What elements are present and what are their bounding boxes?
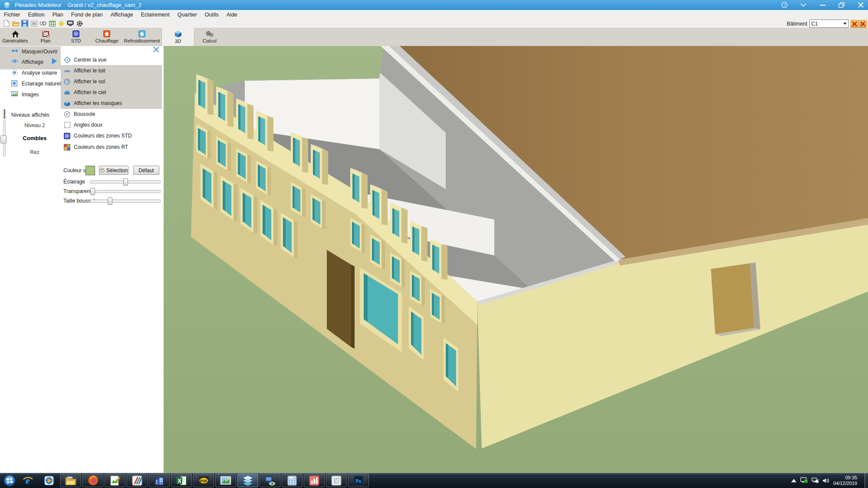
screen-icon[interactable]	[66, 20, 74, 27]
tab-label: STD	[71, 38, 81, 43]
windows-start-button[interactable]	[3, 474, 16, 488]
delete-all-batiments-button[interactable]	[859, 20, 867, 28]
taskbar-media-player-button[interactable]	[39, 474, 59, 487]
option-boussole[interactable]: Boussole	[61, 109, 162, 119]
sidebar-item-images[interactable]: Images	[0, 90, 61, 99]
level-item-rez[interactable]: Rez	[9, 149, 61, 155]
display-tray-icon[interactable]	[800, 477, 808, 484]
sun-icon[interactable]	[57, 20, 65, 27]
new-document-icon[interactable]	[3, 20, 10, 27]
ground-color-swatch[interactable]	[85, 166, 95, 175]
eclairage-slider[interactable]	[90, 180, 161, 183]
taskbar-internet-explorer-button[interactable]: e	[18, 474, 38, 487]
cooling-house-icon	[138, 30, 145, 37]
3d-viewport[interactable]	[164, 46, 868, 473]
delete-batiment-button[interactable]	[851, 20, 858, 28]
sidebar-item-label: Images	[22, 92, 39, 98]
affichage-flyout-panel: Centrer la vue Afficher le toit Afficher…	[61, 46, 164, 263]
taskbar-file-explorer-button[interactable]	[60, 474, 81, 487]
taskbar-photoshop-button[interactable]: Ps	[348, 474, 369, 487]
dropdown-arrow-icon	[843, 23, 847, 25]
heating-house-icon	[103, 30, 110, 37]
volume-tray-icon[interactable]	[823, 478, 829, 484]
option-afficher-les-masques[interactable]: Afficher les masques	[61, 98, 162, 108]
tab-refroidissement[interactable]: Refroidissement	[122, 28, 161, 46]
tab-std[interactable]: STD	[61, 28, 91, 46]
slider-thumb[interactable]	[90, 188, 95, 195]
save-icon[interactable]	[21, 20, 29, 27]
taskbar: e X PDF 0 Ps	[0, 473, 868, 488]
tab-3d[interactable]: 3D	[161, 28, 194, 46]
taille-boussole-slider[interactable]	[90, 200, 161, 203]
menu-aide[interactable]: Aide	[223, 11, 241, 19]
option-afficher-le-ciel[interactable]: Afficher le ciel	[61, 87, 162, 98]
settings-gear-icon[interactable]	[76, 20, 83, 27]
taskbar-photo-viewer-button[interactable]	[215, 474, 236, 487]
taskbar-excel-button[interactable]: X	[171, 474, 192, 487]
menu-fichier[interactable]: Fichier	[0, 11, 24, 19]
tab-plan[interactable]: Plan	[30, 28, 61, 46]
option-couleurs-zones-std[interactable]: Couleurs des zones STD	[61, 131, 162, 141]
defaut-button[interactable]: Défaut	[133, 166, 159, 175]
taskbar-editor-app-button[interactable]	[326, 474, 347, 487]
tab-chauffage[interactable]: Chauffage	[91, 28, 122, 46]
taskbar-green-chart-app-button[interactable]	[105, 474, 125, 487]
open-folder-icon[interactable]	[12, 20, 20, 27]
minimize-button[interactable]	[818, 1, 827, 9]
level-slider-thumb[interactable]	[0, 135, 7, 144]
taskbar-pdf-app-button[interactable]: PDF	[193, 474, 214, 487]
slider-thumb[interactable]	[123, 178, 128, 186]
taskbar-calculator-button[interactable]: 0	[282, 474, 302, 487]
menu-quartier[interactable]: Quartier	[174, 11, 201, 19]
close-button[interactable]	[856, 1, 865, 9]
menu-fond-de-plan[interactable]: Fond de plan	[67, 11, 107, 19]
collapse-chevron-button[interactable]	[799, 1, 808, 9]
sidebar-item-masquer-ouvrir[interactable]: Masquer/Ouvrir	[0, 47, 61, 56]
close-icon[interactable]	[153, 46, 161, 54]
batiment-dropdown[interactable]: C1	[809, 20, 848, 28]
sidebar-item-eclairage-naturel[interactable]: Eclairage naturel	[0, 79, 61, 88]
option-label: Afficher les masques	[74, 100, 122, 106]
option-angles-doux[interactable]: Angles doux	[61, 120, 162, 130]
help-button[interactable]: ?	[779, 1, 789, 9]
table-icon[interactable]	[48, 20, 56, 27]
slider-label: Éclairage	[63, 179, 85, 185]
right-wall-window	[711, 263, 754, 334]
show-desktop-button[interactable]	[865, 473, 868, 488]
cube-3d-icon	[174, 30, 182, 38]
transparence-slider[interactable]	[90, 190, 161, 193]
tab-calcul[interactable]: Calcul	[194, 28, 225, 46]
sidebar-item-analyse-solaire[interactable]: Analyse solaire	[0, 69, 61, 77]
show-hidden-icons-button[interactable]	[791, 479, 796, 482]
option-centrer-la-vue[interactable]: Centrer la vue	[61, 55, 162, 65]
taskbar-pleiades-modeleur-button[interactable]	[237, 474, 258, 487]
taskbar-firefox-button[interactable]	[82, 474, 103, 487]
taskbar-red-chart-app-button[interactable]	[304, 474, 325, 487]
taskbar-network-computer-button[interactable]	[260, 474, 280, 487]
menu-plan[interactable]: Plan	[49, 11, 67, 19]
maximize-button[interactable]	[837, 1, 846, 9]
tab-label: Calcul	[203, 38, 217, 43]
level-item-niveau2[interactable]: Niveau 2	[9, 122, 61, 128]
taskbar-color-slashes-app-button[interactable]	[127, 474, 148, 487]
taskbar-clock[interactable]: 09:35 04/12/2019	[833, 475, 857, 486]
option-afficher-le-sol[interactable]: Afficher le sol	[61, 76, 162, 87]
level-item-combles[interactable]: Combles	[9, 135, 61, 141]
selection-button[interactable]: Sélection	[99, 166, 128, 175]
option-afficher-le-toit[interactable]: Afficher le toit	[61, 66, 162, 76]
network-tray-icon[interactable]	[812, 478, 819, 484]
menu-affichage[interactable]: Affichage	[107, 11, 137, 19]
list-icon[interactable]	[30, 20, 38, 27]
menu-eclairement[interactable]: Eclairement	[137, 11, 174, 19]
levels-ruler-icon	[2, 109, 8, 119]
batiment-selector-group: Bâtiment C1	[787, 20, 867, 28]
option-couleurs-zones-rt[interactable]: Couleurs des zones RT	[61, 142, 162, 152]
slider-thumb[interactable]	[108, 197, 112, 205]
menu-edition[interactable]: Edition	[24, 11, 49, 19]
link-icon[interactable]	[39, 20, 47, 27]
menu-outils[interactable]: Outils	[201, 11, 223, 19]
title-bar: Pleiades Modeleur Granit / v2_chauffage_…	[0, 0, 868, 10]
tab-generalites[interactable]: Généralités	[0, 28, 30, 46]
sidebar-item-affichage[interactable]: Affichage	[0, 58, 61, 66]
taskbar-building-app-button[interactable]	[149, 474, 170, 487]
